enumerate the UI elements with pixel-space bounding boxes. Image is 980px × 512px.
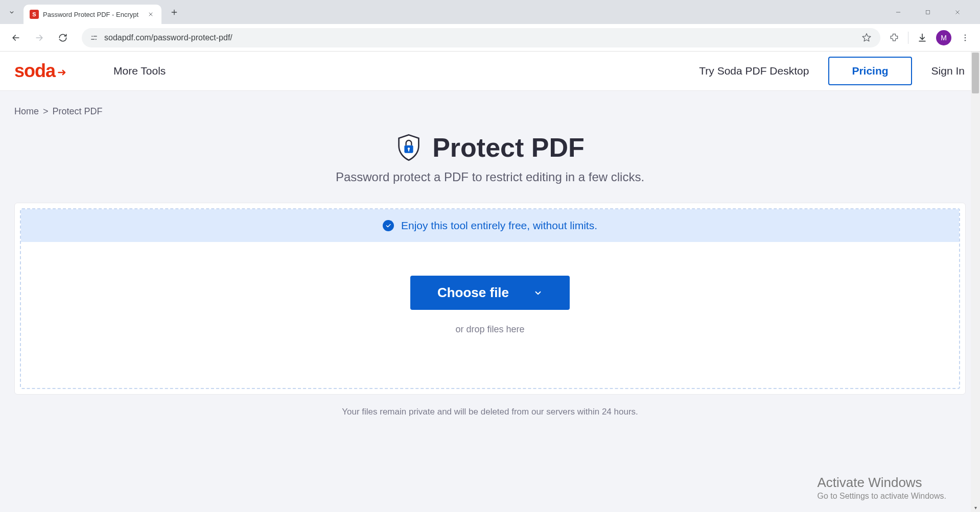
chrome-menu-icon[interactable]	[958, 30, 973, 45]
banner-text: Enjoy this tool entirely free, without l…	[401, 220, 597, 232]
breadcrumb-current: Protect PDF	[53, 106, 103, 117]
page-body: Home > Protect PDF Protect PDF Password …	[0, 91, 980, 512]
downloads-icon[interactable]	[915, 30, 930, 45]
new-tab-button[interactable]	[167, 5, 182, 20]
check-circle-icon	[383, 220, 394, 231]
window-controls	[888, 5, 976, 20]
forward-button[interactable]	[31, 29, 48, 46]
watermark-subtitle: Go to Settings to activate Windows.	[817, 492, 946, 501]
try-desktop-link[interactable]: Try Soda PDF Desktop	[699, 65, 809, 77]
soda-logo[interactable]: soda	[14, 60, 68, 82]
svg-rect-0	[926, 10, 930, 14]
close-window-button[interactable]	[947, 5, 968, 20]
hero-title-row: Protect PDF	[14, 132, 966, 163]
watermark-title: Activate Windows	[817, 475, 946, 491]
logo-text: soda	[14, 60, 55, 82]
browser-tab[interactable]: S Password Protect PDF - Encrypt	[24, 5, 161, 24]
shield-lock-icon	[395, 133, 422, 162]
svg-point-5	[965, 39, 966, 41]
svg-point-1	[91, 35, 92, 36]
more-tools-link[interactable]: More Tools	[113, 65, 166, 77]
upload-card: Enjoy this tool entirely free, without l…	[14, 203, 966, 395]
page-title: Protect PDF	[432, 132, 585, 163]
page-content: ▾ soda More Tools Try Soda PDF Desktop P…	[0, 52, 980, 512]
breadcrumb-home[interactable]: Home	[14, 106, 39, 117]
svg-point-4	[965, 37, 966, 38]
minimize-button[interactable]	[888, 5, 908, 20]
tab-close-button[interactable]	[146, 10, 155, 19]
privacy-note: Your files remain private and will be de…	[14, 407, 966, 417]
url-input-container[interactable]: sodapdf.com/password-protect-pdf/	[82, 28, 880, 47]
extensions-icon[interactable]	[886, 30, 902, 45]
profile-avatar[interactable]: M	[936, 30, 951, 45]
tab-bar: S Password Protect PDF - Encrypt	[0, 0, 980, 24]
choose-file-label: Choose file	[437, 285, 509, 301]
url-text: sodapdf.com/password-protect-pdf/	[104, 33, 855, 42]
site-header: soda More Tools Try Soda PDF Desktop Pri…	[0, 52, 980, 91]
scrollbar-thumb[interactable]	[972, 53, 979, 93]
page-subtitle: Password protect a PDF to restrict editi…	[14, 170, 966, 184]
toolbar-divider	[908, 32, 908, 44]
breadcrumb-separator: >	[43, 106, 49, 117]
svg-rect-8	[408, 149, 409, 151]
address-bar: sodapdf.com/password-protect-pdf/ M	[0, 24, 980, 52]
svg-point-2	[96, 38, 97, 39]
windows-activation-watermark: Activate Windows Go to Settings to activ…	[817, 475, 946, 501]
logo-arrow-icon	[56, 67, 68, 78]
tab-title: Password Protect PDF - Encrypt	[43, 11, 142, 18]
maximize-button[interactable]	[918, 5, 938, 20]
site-settings-icon[interactable]	[89, 33, 99, 43]
tab-search-dropdown[interactable]	[4, 5, 19, 20]
browser-chrome: S Password Protect PDF - Encrypt	[0, 0, 980, 52]
chevron-down-icon	[533, 288, 543, 298]
back-button[interactable]	[7, 29, 25, 46]
header-nav-right: Try Soda PDF Desktop Pricing Sign In	[699, 57, 965, 85]
scrollbar-down-arrow[interactable]: ▾	[971, 503, 980, 512]
upload-area: Choose file or drop files here	[21, 242, 959, 388]
drop-zone[interactable]: Enjoy this tool entirely free, without l…	[20, 208, 960, 389]
breadcrumb: Home > Protect PDF	[14, 91, 966, 117]
hero-section: Protect PDF Password protect a PDF to re…	[14, 132, 966, 184]
choose-file-button[interactable]: Choose file	[410, 276, 570, 310]
svg-point-3	[965, 34, 966, 36]
tab-favicon: S	[30, 10, 39, 19]
reload-button[interactable]	[54, 29, 72, 46]
free-banner: Enjoy this tool entirely free, without l…	[21, 209, 959, 242]
pricing-button[interactable]: Pricing	[828, 57, 912, 85]
vertical-scrollbar[interactable]: ▾	[971, 52, 980, 512]
bookmark-star-icon[interactable]	[860, 31, 873, 44]
drop-files-hint: or drop files here	[21, 324, 959, 335]
sign-in-link[interactable]: Sign In	[931, 65, 965, 77]
